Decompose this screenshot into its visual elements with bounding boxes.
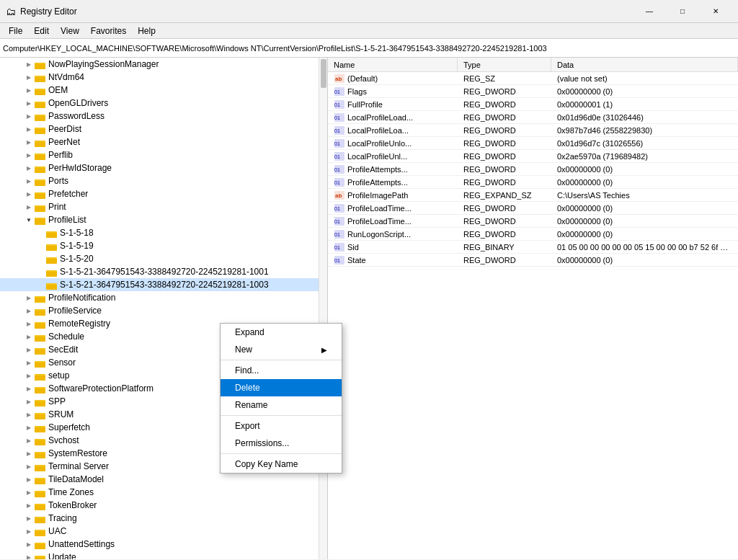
tree-item-34[interactable]: ▶TokenBroker xyxy=(0,499,327,512)
close-button[interactable]: ✕ xyxy=(699,0,732,23)
reg-name-6: 01LocalProfileUnl... xyxy=(328,151,458,161)
tree-item-16[interactable]: S-1-5-21-3647951543-3388492720-224521928… xyxy=(0,265,327,278)
tree-item-8[interactable]: ▶PerHwIdStorage xyxy=(0,161,327,174)
tree-expander-27[interactable]: ▶ xyxy=(23,409,35,420)
ctx-item-copy-key-name[interactable]: Copy Key Name xyxy=(221,455,342,473)
tree-expander-6[interactable]: ▶ xyxy=(23,136,35,148)
tree-expander-8[interactable]: ▶ xyxy=(23,162,35,174)
tree-expander-15[interactable] xyxy=(35,253,46,265)
tree-expander-12[interactable]: ▼ xyxy=(23,214,35,226)
tree-expander-7[interactable]: ▶ xyxy=(23,149,35,161)
tree-item-37[interactable]: ▶UnattendSettings xyxy=(0,538,327,551)
tree-expander-0[interactable]: ▶ xyxy=(23,58,35,70)
tree-expander-33[interactable]: ▶ xyxy=(23,486,35,498)
tree-item-10[interactable]: ▶Prefetcher xyxy=(0,187,327,200)
tree-expander-4[interactable]: ▶ xyxy=(23,110,35,122)
tree-expander-32[interactable]: ▶ xyxy=(23,474,35,485)
tree-expander-17[interactable] xyxy=(35,279,46,290)
tree-expander-21[interactable]: ▶ xyxy=(23,331,35,342)
tree-item-12[interactable]: ▼ProfileList xyxy=(0,213,327,226)
tree-item-36[interactable]: ▶UAC xyxy=(0,525,327,538)
menu-file[interactable]: File xyxy=(3,25,28,37)
tree-expander-1[interactable]: ▶ xyxy=(23,71,35,83)
tree-expander-11[interactable]: ▶ xyxy=(23,201,35,213)
ctx-item-rename[interactable]: Rename xyxy=(221,396,342,414)
tree-item-32[interactable]: ▶TileDataModel xyxy=(0,473,327,486)
ctx-item-find---[interactable]: Find... xyxy=(221,362,342,379)
tree-expander-20[interactable]: ▶ xyxy=(23,318,35,329)
tree-expander-23[interactable]: ▶ xyxy=(23,357,35,368)
tree-expander-13[interactable] xyxy=(35,227,46,239)
tree-expander-25[interactable]: ▶ xyxy=(23,383,35,394)
tree-expander-5[interactable]: ▶ xyxy=(23,123,35,135)
tree-expander-26[interactable]: ▶ xyxy=(23,396,35,407)
tree-item-18[interactable]: ▶ProfileNotification xyxy=(0,291,327,304)
reg-row-1[interactable]: 01FlagsREG_DWORD0x00000000 (0) xyxy=(328,85,738,98)
tree-item-9[interactable]: ▶Ports xyxy=(0,174,327,187)
tree-expander-30[interactable]: ▶ xyxy=(23,448,35,459)
tree-item-11[interactable]: ▶Print xyxy=(0,200,327,213)
tree-expander-22[interactable]: ▶ xyxy=(23,344,35,355)
tree-item-3[interactable]: ▶OpenGLDrivers xyxy=(0,97,327,110)
menu-view[interactable]: View xyxy=(55,25,85,37)
ctx-item-export[interactable]: Export xyxy=(221,417,342,435)
registry-scroll[interactable]: ab(Default)REG_SZ(value not set)01FlagsR… xyxy=(328,72,738,559)
reg-row-10[interactable]: 01ProfileLoadTime...REG_DWORD0x00000000 … xyxy=(328,202,738,215)
tree-item-1[interactable]: ▶NtVdm64 xyxy=(0,71,327,84)
menu-favorites[interactable]: Favorites xyxy=(85,25,132,37)
tree-scroll[interactable]: ▶NowPlayingSessionManager▶NtVdm64▶OEM▶Op… xyxy=(0,58,327,559)
tree-expander-29[interactable]: ▶ xyxy=(23,435,35,446)
tree-expander-35[interactable]: ▶ xyxy=(23,512,35,524)
tree-expander-3[interactable]: ▶ xyxy=(23,97,35,109)
reg-row-0[interactable]: ab(Default)REG_SZ(value not set) xyxy=(328,72,738,85)
reg-row-11[interactable]: 01ProfileLoadTime...REG_DWORD0x00000000 … xyxy=(328,215,738,228)
tree-item-7[interactable]: ▶Perflib xyxy=(0,148,327,161)
tree-expander-38[interactable]: ▶ xyxy=(23,551,35,559)
tree-expander-34[interactable]: ▶ xyxy=(23,499,35,511)
tree-expander-14[interactable] xyxy=(35,240,46,252)
tree-item-4[interactable]: ▶PasswordLess xyxy=(0,110,327,123)
tree-item-6[interactable]: ▶PeerNet xyxy=(0,135,327,148)
ctx-item-delete[interactable]: Delete xyxy=(221,379,342,396)
reg-row-9[interactable]: abProfileImagePathREG_EXPAND_SZC:\Users\… xyxy=(328,189,738,202)
reg-row-4[interactable]: 01LocalProfileLoa...REG_DWORD0x987b7d46 … xyxy=(328,124,738,137)
tree-item-0[interactable]: ▶NowPlayingSessionManager xyxy=(0,58,327,71)
tree-item-17[interactable]: S-1-5-21-3647951543-3388492720-224521928… xyxy=(0,278,327,291)
menu-edit[interactable]: Edit xyxy=(28,25,55,37)
maximize-button[interactable]: □ xyxy=(666,0,699,23)
ctx-item-new[interactable]: New▶ xyxy=(221,341,342,358)
reg-row-6[interactable]: 01LocalProfileUnl...REG_DWORD0x2ae5970a … xyxy=(328,150,738,163)
tree-item-35[interactable]: ▶Tracing xyxy=(0,512,327,525)
reg-row-7[interactable]: 01ProfileAttempts...REG_DWORD0x00000000 … xyxy=(328,163,738,176)
tree-expander-9[interactable]: ▶ xyxy=(23,175,35,187)
tree-expander-10[interactable]: ▶ xyxy=(23,188,35,200)
minimize-button[interactable]: — xyxy=(633,0,666,23)
tree-item-15[interactable]: S-1-5-20 xyxy=(0,252,327,265)
tree-item-5[interactable]: ▶PeerDist xyxy=(0,123,327,135)
tree-expander-19[interactable]: ▶ xyxy=(23,305,35,316)
reg-row-13[interactable]: 01SidREG_BINARY01 05 00 00 00 00 00 05 1… xyxy=(328,241,738,254)
ctx-item-permissions---[interactable]: Permissions... xyxy=(221,435,342,452)
tree-item-2[interactable]: ▶OEM xyxy=(0,84,327,97)
reg-row-12[interactable]: 01RunLogonScript...REG_DWORD0x00000000 (… xyxy=(328,228,738,241)
tree-item-33[interactable]: ▶Time Zones xyxy=(0,486,327,499)
tree-item-13[interactable]: S-1-5-18 xyxy=(0,226,327,239)
tree-expander-37[interactable]: ▶ xyxy=(23,538,35,550)
tree-item-19[interactable]: ▶ProfileService xyxy=(0,304,327,317)
reg-row-3[interactable]: 01LocalProfileLoad...REG_DWORD0x01d96d0e… xyxy=(328,111,738,124)
ctx-item-expand[interactable]: Expand xyxy=(221,324,342,341)
tree-expander-36[interactable]: ▶ xyxy=(23,525,35,537)
reg-row-5[interactable]: 01LocalProfileUnlo...REG_DWORD0x01d96d7c… xyxy=(328,137,738,150)
tree-item-38[interactable]: ▶Update xyxy=(0,551,327,559)
tree-expander-16[interactable] xyxy=(35,266,46,277)
reg-row-14[interactable]: 01StateREG_DWORD0x00000000 (0) xyxy=(328,254,738,267)
tree-expander-31[interactable]: ▶ xyxy=(23,461,35,472)
tree-expander-28[interactable]: ▶ xyxy=(23,422,35,433)
tree-expander-24[interactable]: ▶ xyxy=(23,370,35,381)
tree-expander-2[interactable]: ▶ xyxy=(23,84,35,96)
reg-row-2[interactable]: 01FullProfileREG_DWORD0x00000001 (1) xyxy=(328,98,738,111)
reg-row-8[interactable]: 01ProfileAttempts...REG_DWORD0x00000000 … xyxy=(328,176,738,189)
tree-expander-18[interactable]: ▶ xyxy=(23,292,35,303)
menu-help[interactable]: Help xyxy=(132,25,161,37)
tree-item-14[interactable]: S-1-5-19 xyxy=(0,239,327,252)
